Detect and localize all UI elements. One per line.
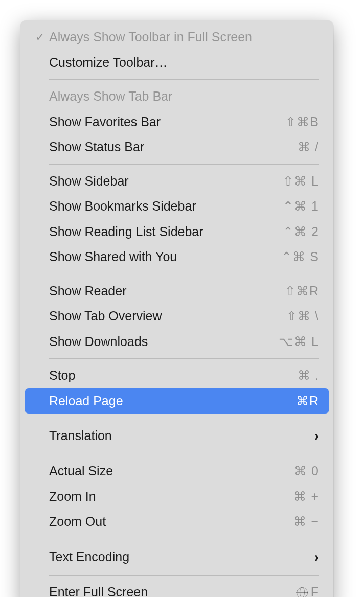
menu-item-show-status-bar[interactable]: Show Status Bar⌘ / — [20, 134, 333, 160]
menu-item-label: Show Bookmarks Sidebar — [49, 197, 283, 216]
menu-item-label: Customize Toolbar… — [49, 53, 319, 73]
menu-item-label: Show Favorites Bar — [49, 112, 285, 132]
menu-item-show-shared-with-you[interactable]: Show Shared with You⌃⌘ S — [20, 244, 333, 270]
menu-item-shortcut: ⌘ / — [298, 137, 319, 157]
menu-separator — [49, 575, 319, 576]
menu-item-shortcut: ⇧⌘ L — [283, 172, 319, 191]
globe-icon — [297, 587, 308, 597]
menu-separator — [49, 418, 319, 418]
menu-item-show-downloads[interactable]: Show Downloads⌥⌘ L — [20, 329, 333, 355]
menu-item-show-reader[interactable]: Show Reader⇧⌘R — [20, 279, 333, 304]
menu-item-shortcut: ⌘R — [296, 392, 319, 411]
menu-separator — [49, 164, 319, 165]
menu-item-enter-full-screen[interactable]: Enter Full ScreenF — [20, 580, 333, 598]
menu-item-show-bookmarks-sidebar[interactable]: Show Bookmarks Sidebar⌃⌘ 1 — [20, 194, 333, 219]
menu-item-shortcut: ⌘ 0 — [294, 462, 319, 481]
menu-item-shortcut: ⇧⌘B — [285, 112, 319, 132]
menu-item-label: Zoom In — [49, 487, 293, 507]
menu-item-label: Translation — [49, 426, 314, 446]
checkmark-icon: ✓ — [31, 29, 49, 45]
menu-item-show-favorites-bar[interactable]: Show Favorites Bar⇧⌘B — [20, 109, 333, 135]
menu-item-zoom-out[interactable]: Zoom Out⌘ − — [20, 509, 333, 535]
menu-item-reload-page[interactable]: Reload Page⌘R — [25, 388, 329, 414]
menu-item-always-show-toolbar-fullscreen: ✓Always Show Toolbar in Full Screen — [20, 25, 333, 50]
menu-item-label: Enter Full Screen — [49, 583, 297, 598]
menu-item-shortcut: ⌘ . — [298, 366, 319, 385]
menu-item-label: Show Downloads — [49, 332, 279, 352]
menu-item-label: Text Encoding — [49, 547, 314, 567]
menu-item-shortcut: F — [297, 583, 319, 598]
menu-item-label: Always Show Tab Bar — [49, 87, 319, 106]
menu-item-translation[interactable]: Translation› — [20, 422, 333, 450]
menu-item-always-show-tab-bar: Always Show Tab Bar — [20, 84, 333, 109]
menu-item-label: Show Tab Overview — [49, 307, 286, 326]
menu-item-shortcut: ⇧⌘ \ — [286, 307, 319, 326]
menu-item-show-sidebar[interactable]: Show Sidebar⇧⌘ L — [20, 169, 333, 194]
menu-item-label: Reload Page — [49, 392, 296, 411]
menu-item-shortcut: ⌥⌘ L — [279, 332, 319, 352]
menu-item-actual-size[interactable]: Actual Size⌘ 0 — [20, 458, 333, 484]
menu-item-label: Show Reading List Sidebar — [49, 222, 283, 242]
menu-separator — [49, 274, 319, 274]
menu-item-stop[interactable]: Stop⌘ . — [20, 363, 333, 388]
menu-item-show-reading-list-sidebar[interactable]: Show Reading List Sidebar⌃⌘ 2 — [20, 219, 333, 245]
chevron-right-icon: › — [314, 546, 319, 568]
menu-item-label: Zoom Out — [49, 512, 293, 532]
menu-item-show-tab-overview[interactable]: Show Tab Overview⇧⌘ \ — [20, 304, 333, 329]
menu-separator — [49, 539, 319, 539]
menu-item-label: Show Reader — [49, 282, 285, 301]
menu-item-shortcut: ⌘ + — [293, 487, 319, 507]
menu-separator — [49, 358, 319, 359]
shortcut-text: F — [311, 585, 319, 598]
menu-item-label: Show Status Bar — [49, 137, 298, 157]
menu-item-text-encoding[interactable]: Text Encoding› — [20, 543, 333, 571]
menu-separator — [49, 79, 319, 80]
menu-item-customize-toolbar[interactable]: Customize Toolbar… — [20, 50, 333, 76]
menu-item-label: Show Sidebar — [49, 172, 283, 191]
menu-separator — [49, 454, 319, 454]
menu-item-shortcut: ⌃⌘ 2 — [283, 222, 319, 242]
menu-item-label: Actual Size — [49, 462, 294, 481]
menu-item-shortcut: ⌃⌘ S — [281, 247, 319, 267]
menu-item-label: Stop — [49, 366, 298, 385]
view-menu: ✓Always Show Toolbar in Full ScreenCusto… — [20, 20, 333, 597]
menu-item-label: Always Show Toolbar in Full Screen — [49, 28, 319, 47]
menu-item-zoom-in[interactable]: Zoom In⌘ + — [20, 484, 333, 510]
menu-item-label: Show Shared with You — [49, 247, 281, 267]
menu-item-shortcut: ⇧⌘R — [285, 282, 319, 301]
menu-item-shortcut: ⌃⌘ 1 — [283, 197, 319, 216]
menu-item-shortcut: ⌘ − — [293, 512, 319, 532]
chevron-right-icon: › — [314, 425, 319, 447]
